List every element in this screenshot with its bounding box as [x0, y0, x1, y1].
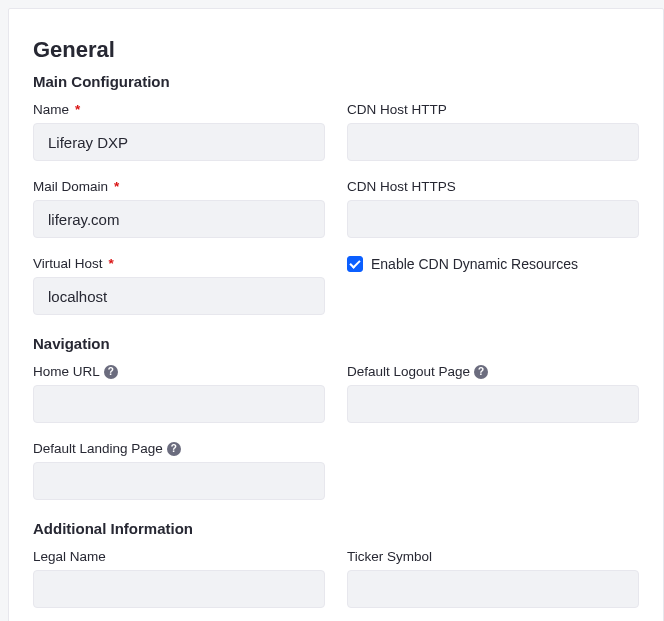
label-default-landing-text: Default Landing Page	[33, 441, 163, 456]
field-mail-domain: Mail Domain *	[33, 179, 325, 238]
virtual-host-input[interactable]	[33, 277, 325, 315]
default-landing-input[interactable]	[33, 462, 325, 500]
home-url-input[interactable]	[33, 385, 325, 423]
label-legal-name-text: Legal Name	[33, 549, 106, 564]
required-icon: *	[109, 256, 114, 271]
section-title: General	[33, 37, 639, 63]
field-legal-name: Legal Name	[33, 549, 325, 608]
label-virtual-host-text: Virtual Host	[33, 256, 103, 271]
label-legal-name: Legal Name	[33, 549, 325, 564]
field-ticker: Ticker Symbol	[347, 549, 639, 608]
label-ticker: Ticker Symbol	[347, 549, 639, 564]
field-enable-cdn: Enable CDN Dynamic Resources	[347, 256, 639, 272]
page-root: General Main Configuration Name * CDN Ho…	[0, 0, 664, 621]
field-home-url: Home URL ?	[33, 364, 325, 423]
field-cdn-http: CDN Host HTTP	[347, 102, 639, 161]
ticker-input[interactable]	[347, 570, 639, 608]
label-home-url-text: Home URL	[33, 364, 100, 379]
help-icon[interactable]: ?	[474, 365, 488, 379]
label-cdn-http-text: CDN Host HTTP	[347, 102, 447, 117]
label-name-text: Name	[33, 102, 69, 117]
enable-cdn-checkbox[interactable]	[347, 256, 363, 272]
cdn-http-input[interactable]	[347, 123, 639, 161]
cdn-https-input[interactable]	[347, 200, 639, 238]
label-cdn-http: CDN Host HTTP	[347, 102, 639, 117]
subsection-title-additional: Additional Information	[33, 520, 639, 537]
field-default-logout: Default Logout Page ?	[347, 364, 639, 423]
main-config-grid: Name * CDN Host HTTP Mail Domain *	[33, 102, 639, 315]
name-input[interactable]	[33, 123, 325, 161]
label-default-landing: Default Landing Page ?	[33, 441, 325, 456]
enable-cdn-row: Enable CDN Dynamic Resources	[347, 256, 639, 272]
field-empty	[347, 441, 639, 442]
label-mail-domain-text: Mail Domain	[33, 179, 108, 194]
label-cdn-https: CDN Host HTTPS	[347, 179, 639, 194]
enable-cdn-label: Enable CDN Dynamic Resources	[371, 256, 578, 272]
label-home-url: Home URL ?	[33, 364, 325, 379]
help-icon[interactable]: ?	[167, 442, 181, 456]
required-icon: *	[114, 179, 119, 194]
default-logout-input[interactable]	[347, 385, 639, 423]
field-default-landing: Default Landing Page ?	[33, 441, 325, 500]
legal-name-input[interactable]	[33, 570, 325, 608]
label-ticker-text: Ticker Symbol	[347, 549, 432, 564]
settings-card: General Main Configuration Name * CDN Ho…	[8, 8, 664, 621]
field-virtual-host: Virtual Host *	[33, 256, 325, 315]
field-cdn-https: CDN Host HTTPS	[347, 179, 639, 238]
subsection-navigation: Navigation Home URL ? Default Logout Pag…	[33, 335, 639, 500]
label-default-logout: Default Logout Page ?	[347, 364, 639, 379]
label-mail-domain: Mail Domain *	[33, 179, 325, 194]
subsection-title-navigation: Navigation	[33, 335, 639, 352]
navigation-grid: Home URL ? Default Logout Page ? Default…	[33, 364, 639, 500]
field-name: Name *	[33, 102, 325, 161]
mail-domain-input[interactable]	[33, 200, 325, 238]
subsection-additional: Additional Information Legal Name Ticker…	[33, 520, 639, 608]
help-icon[interactable]: ?	[104, 365, 118, 379]
subsection-title-main: Main Configuration	[33, 73, 639, 90]
additional-grid: Legal Name Ticker Symbol	[33, 549, 639, 608]
label-cdn-https-text: CDN Host HTTPS	[347, 179, 456, 194]
label-name: Name *	[33, 102, 325, 117]
label-default-logout-text: Default Logout Page	[347, 364, 470, 379]
required-icon: *	[75, 102, 80, 117]
label-virtual-host: Virtual Host *	[33, 256, 325, 271]
